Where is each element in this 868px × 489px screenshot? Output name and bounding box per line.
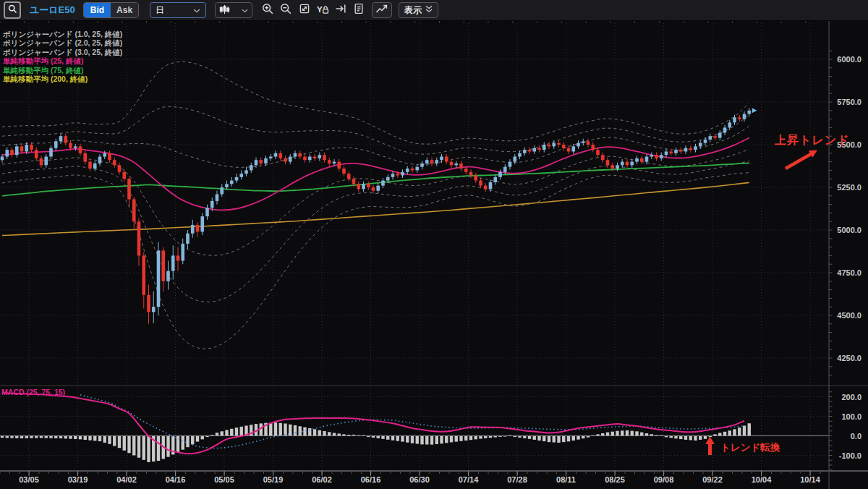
sma-25-line: [2, 138, 749, 211]
chart-canvas[interactable]: 6000.05750.05500.05250.05000.04750.04500…: [0, 0, 868, 489]
macd-histogram-bar: [601, 433, 604, 436]
macd-histogram-bar: [103, 436, 106, 443]
macd-histogram-bar: [430, 436, 433, 445]
macd-histogram-bar: [548, 436, 550, 443]
bollinger-band: [2, 173, 749, 349]
macd-histogram-bar: [606, 433, 609, 436]
macd-histogram-bar: [108, 436, 111, 444]
svg-text:03/19: 03/19: [68, 475, 88, 484]
macd-histogram-bar: [435, 436, 438, 444]
macd-histogram-bar: [411, 436, 414, 443]
symbol-title: ユーロE50: [30, 4, 75, 17]
macd-histogram-bar: [113, 436, 116, 446]
macd-histogram-bar: [279, 423, 282, 436]
drawing-tools-button[interactable]: [372, 2, 392, 18]
macd-histogram-bar: [537, 436, 540, 441]
svg-text:04/16: 04/16: [166, 475, 186, 484]
svg-text:10/04: 10/04: [752, 475, 772, 484]
macd-histogram-bar: [699, 436, 702, 440]
candlestick-chart-icon: [219, 4, 230, 17]
svg-text:5750.0: 5750.0: [837, 98, 861, 106]
macd-histogram-bar: [157, 436, 160, 462]
axis-ticks: [0, 20, 833, 476]
macd-histogram-bar: [528, 436, 531, 439]
macd-histogram-bar: [679, 436, 682, 440]
macd-histogram-bar: [440, 436, 443, 444]
zoom-in-button[interactable]: [259, 2, 277, 18]
macd-histogram-bar: [450, 436, 453, 443]
macd-histogram-bar: [318, 430, 321, 436]
macd-histogram-bar: [562, 436, 565, 443]
arrow-to-line-icon: [335, 3, 346, 17]
macd-histogram-bar: [191, 436, 194, 445]
macd-histogram-bar: [69, 436, 72, 439]
macd-histogram-bar: [684, 436, 687, 440]
bid-ask-toggle: Bid Ask: [83, 2, 139, 18]
macd-histogram-bar: [79, 436, 82, 440]
macd-histogram-bar: [269, 422, 272, 435]
toolbar: ユーロE50 Bid Ask 日: [0, 0, 868, 21]
macd-histogram-bar: [479, 436, 482, 439]
svg-text:06/02: 06/02: [312, 475, 332, 484]
macd-histogram-bar: [118, 436, 121, 448]
macd-histogram-bar: [694, 436, 697, 441]
macd-histogram-bar: [240, 427, 243, 436]
macd-histogram-bar: [748, 423, 751, 435]
macd-histogram-bar: [401, 436, 404, 442]
macd-histogram-bar: [142, 436, 145, 460]
search-button[interactable]: [4, 1, 21, 19]
uptrend-arrow[interactable]: [781, 147, 822, 173]
uptrend-annotation-text[interactable]: 上昇トレンド: [775, 133, 850, 148]
macd-histogram-bar: [631, 431, 634, 436]
macd-histogram-bar: [284, 423, 286, 435]
trend-reversal-arrow[interactable]: [705, 435, 716, 457]
display-menu-button[interactable]: 表示: [399, 2, 438, 18]
macd-histogram-bar: [352, 435, 355, 435]
macd-histogram-bar: [381, 436, 384, 439]
macd-histogram-bar: [459, 436, 462, 441]
bid-button[interactable]: Bid: [84, 3, 111, 17]
order-ticket-button[interactable]: [349, 2, 367, 18]
document-icon: [353, 3, 365, 17]
go-to-end-button[interactable]: [331, 2, 349, 18]
macd-histogram-bar: [127, 436, 130, 454]
svg-text:08/25: 08/25: [605, 475, 625, 484]
sma-75-line: [2, 163, 749, 195]
macd-histogram-bar: [425, 436, 428, 445]
macd-histogram-bar: [221, 431, 224, 435]
trading-app-window: 6000.05750.05500.05250.05000.04750.04500…: [0, 0, 868, 489]
macd-histogram-bar: [640, 433, 643, 436]
timeframe-dropdown[interactable]: 日: [150, 2, 206, 18]
chart-type-dropdown[interactable]: [215, 2, 252, 18]
svg-text:200.0: 200.0: [841, 393, 861, 401]
macd-histogram-bar: [396, 436, 399, 441]
svg-text:100.0: 100.0: [841, 412, 861, 421]
macd-histogram-bar: [420, 436, 423, 445]
chevron-down-icon: [242, 5, 248, 15]
macd-histogram-bar: [626, 430, 629, 436]
svg-text:-100.0: -100.0: [839, 451, 861, 460]
svg-text:05/05: 05/05: [214, 475, 234, 484]
macd-histogram-bar: [445, 436, 448, 443]
macd-histogram-bar: [25, 436, 28, 438]
macd-histogram-bar: [635, 431, 638, 435]
macd-histogram-bar: [59, 436, 62, 439]
trend-reversal-annotation-text[interactable]: トレンド転換: [720, 441, 780, 454]
zoom-out-button[interactable]: [277, 2, 295, 18]
macd-histogram-bar: [98, 436, 101, 442]
svg-text:0.0: 0.0: [851, 432, 861, 441]
macd-histogram-bar: [455, 436, 458, 442]
svg-text:05/19: 05/19: [263, 475, 284, 484]
macd-histogram-bar: [689, 436, 692, 441]
fit-screen-button[interactable]: [295, 2, 313, 18]
y-axis-lock-button[interactable]: Y: [313, 2, 331, 18]
macd-histogram-bar: [84, 436, 87, 441]
svg-text:06/30: 06/30: [409, 475, 430, 484]
macd-histogram-bar: [743, 425, 746, 435]
ask-button[interactable]: Ask: [111, 3, 138, 17]
bollinger-band: [2, 161, 749, 302]
svg-text:04/02: 04/02: [116, 475, 137, 484]
timeframe-value: 日: [156, 4, 164, 17]
macd-histogram-bar: [484, 436, 487, 438]
svg-text:09/22: 09/22: [702, 475, 723, 484]
